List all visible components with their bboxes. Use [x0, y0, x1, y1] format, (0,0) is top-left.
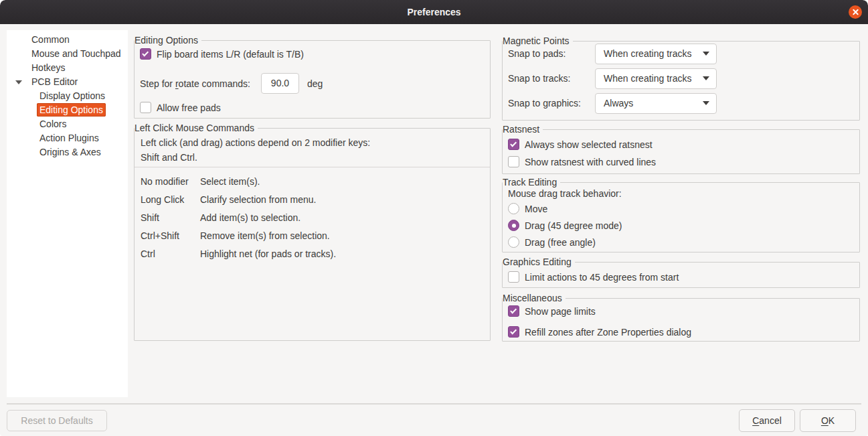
- snap-to-tracks-select[interactable]: When creating tracks: [595, 68, 717, 89]
- page-limits-label: Show page limits: [525, 306, 596, 317]
- limit-45-label: Limit actions to 45 degrees from start: [525, 272, 679, 283]
- page-limits-row: Show page limits: [508, 305, 596, 317]
- action-cell: Select item(s).: [200, 175, 260, 188]
- curved-ratsnest-label: Show ratsnest with curved lines: [525, 157, 656, 167]
- snap-to-pads-row: Snap to pads: When creating tracks: [508, 48, 854, 59]
- left-click-intro: Left click (and drag) actions depend on …: [141, 135, 370, 165]
- check-icon: [510, 140, 517, 147]
- tree-expander-icon[interactable]: [15, 80, 22, 84]
- footer-divider: [7, 403, 861, 405]
- track-editing-group: Track Editing Mouse drag track behavior:…: [502, 182, 860, 252]
- group-title: Track Editing: [503, 177, 560, 188]
- sidebar-item-pcb-editor[interactable]: PCB Editor: [7, 75, 128, 89]
- table-row: No modifier Select item(s).: [141, 175, 336, 188]
- preferences-dialog: Preferences Common Mouse and Touchpad Ho…: [0, 0, 868, 436]
- check-icon: [142, 50, 149, 56]
- ok-label: OK: [821, 415, 835, 426]
- move-radio[interactable]: [508, 203, 519, 214]
- curved-ratsnest-row: Show ratsnest with curved lines: [508, 156, 656, 167]
- drag-45-radio-row: Drag (45 degree mode): [508, 220, 622, 231]
- snap-to-pads-select[interactable]: When creating tracks: [595, 44, 717, 64]
- rotate-step-row: Step for rotate commands: 90.0 deg: [140, 73, 323, 94]
- action-cell: Remove item(s) from selection.: [200, 229, 330, 242]
- drag-free-radio[interactable]: [508, 236, 519, 248]
- group-title: Magnetic Points: [503, 35, 573, 47]
- modifier-cell: Ctrl: [141, 247, 200, 261]
- drag-free-radio-label: Drag (free angle): [525, 237, 596, 248]
- allow-free-pads-row: Allow free pads: [140, 102, 221, 113]
- always-show-ratsnest-row: Always show selected ratsnest: [508, 139, 653, 150]
- drag-45-radio[interactable]: [508, 220, 519, 231]
- reset-to-defaults-button[interactable]: Reset to Defaults: [7, 410, 107, 431]
- preferences-nav-tree: Common Mouse and Touchpad Hotkeys PCB Ed…: [7, 30, 128, 397]
- refill-zones-label: Refill zones after Zone Properties dialo…: [525, 327, 691, 338]
- sidebar-item-editing-options[interactable]: Editing Options: [7, 103, 128, 117]
- sidebar-item-label: Hotkeys: [29, 61, 68, 74]
- sidebar-item-label: Colors: [37, 117, 69, 131]
- sidebar-item-hotkeys[interactable]: Hotkeys: [7, 61, 128, 75]
- close-button[interactable]: [849, 5, 862, 19]
- group-title: Ratsnest: [503, 124, 543, 135]
- snap-to-graphics-label: Snap to graphics:: [508, 98, 581, 108]
- allow-free-pads-checkbox[interactable]: [140, 102, 151, 113]
- sidebar-item-display-options[interactable]: Display Options: [7, 89, 128, 103]
- sidebar-item-label: Action Plugins: [37, 131, 102, 145]
- refill-zones-row: Refill zones after Zone Properties dialo…: [508, 326, 691, 338]
- sidebar-item-colors[interactable]: Colors: [7, 117, 128, 131]
- sidebar-item-label: Origins & Axes: [37, 145, 104, 159]
- curved-ratsnest-checkbox[interactable]: [508, 156, 519, 167]
- miscellaneous-group: Miscellaneous Show page limits Refill zo…: [502, 298, 860, 342]
- sidebar-item-action-plugins[interactable]: Action Plugins: [7, 131, 128, 145]
- drag-behavior-label: Mouse drag track behavior:: [508, 188, 622, 199]
- action-cell: Clarify selection from menu.: [200, 193, 317, 206]
- sidebar-item-origins-axes[interactable]: Origins & Axes: [7, 145, 128, 159]
- sidebar-item-common[interactable]: Common: [7, 33, 128, 47]
- allow-free-pads-label: Allow free pads: [157, 102, 221, 113]
- modifier-cell: Ctrl+Shift: [141, 229, 200, 242]
- rotate-step-unit: deg: [307, 78, 323, 89]
- dropdown-arrow-icon: [703, 101, 709, 105]
- group-title: Graphics Editing: [503, 257, 575, 268]
- modifier-cell: Shift: [141, 211, 200, 224]
- rotate-step-input[interactable]: 90.0: [261, 73, 299, 94]
- dropdown-arrow-icon: [703, 76, 709, 80]
- flip-board-label: Flip board items L/R (default is T/B): [157, 49, 304, 60]
- limit-45-checkbox[interactable]: [508, 271, 519, 283]
- limit-45-row: Limit actions to 45 degrees from start: [508, 271, 679, 283]
- ok-button[interactable]: OK: [800, 409, 856, 432]
- group-title: Editing Options: [135, 35, 201, 46]
- snap-to-graphics-select[interactable]: Always: [595, 93, 717, 114]
- refill-zones-checkbox[interactable]: [508, 326, 519, 338]
- check-icon: [510, 328, 517, 334]
- page-limits-checkbox[interactable]: [508, 305, 519, 317]
- always-show-ratsnest-checkbox[interactable]: [508, 139, 519, 150]
- drag-behavior-label-row: Mouse drag track behavior:: [508, 188, 622, 199]
- cancel-label: Cancel: [752, 415, 782, 426]
- dropdown-value: When creating tracks: [604, 48, 697, 59]
- flip-board-row: Flip board items L/R (default is T/B): [140, 48, 304, 60]
- intro-line-1: Left click (and drag) actions depend on …: [141, 135, 370, 150]
- flip-board-checkbox[interactable]: [140, 48, 151, 60]
- editing-options-group: Editing Options Flip board items L/R (de…: [134, 40, 491, 119]
- sidebar-item-label-selected: Editing Options: [37, 103, 106, 117]
- check-icon: [510, 307, 517, 313]
- reset-to-defaults-label: Reset to Defaults: [21, 415, 92, 426]
- modifier-cell: No modifier: [141, 175, 200, 188]
- dropdown-arrow-icon: [703, 52, 709, 56]
- snap-to-graphics-row: Snap to graphics: Always: [508, 98, 854, 108]
- magnetic-points-group: Magnetic Points Snap to pads: When creat…: [502, 41, 860, 121]
- move-radio-row: Move: [508, 203, 547, 214]
- sidebar-item-mouse-and-touchpad[interactable]: Mouse and Touchpad: [7, 47, 128, 61]
- move-radio-label: Move: [525, 204, 547, 214]
- table-row: Ctrl+Shift Remove item(s) from selection…: [141, 229, 336, 242]
- table-row: Long Click Clarify selection from menu.: [141, 193, 336, 206]
- cancel-button[interactable]: Cancel: [739, 409, 795, 432]
- rotate-step-label: Step for rotate commands:: [140, 78, 250, 89]
- drag-free-radio-row: Drag (free angle): [508, 236, 596, 248]
- sidebar-item-label: Display Options: [37, 89, 108, 102]
- radio-dot-icon: [512, 224, 516, 228]
- drag-45-radio-label: Drag (45 degree mode): [525, 220, 622, 231]
- titlebar[interactable]: Preferences: [0, 0, 868, 24]
- snap-to-tracks-label: Snap to tracks:: [508, 73, 570, 84]
- left-click-table: No modifier Select item(s). Long Click C…: [141, 175, 336, 265]
